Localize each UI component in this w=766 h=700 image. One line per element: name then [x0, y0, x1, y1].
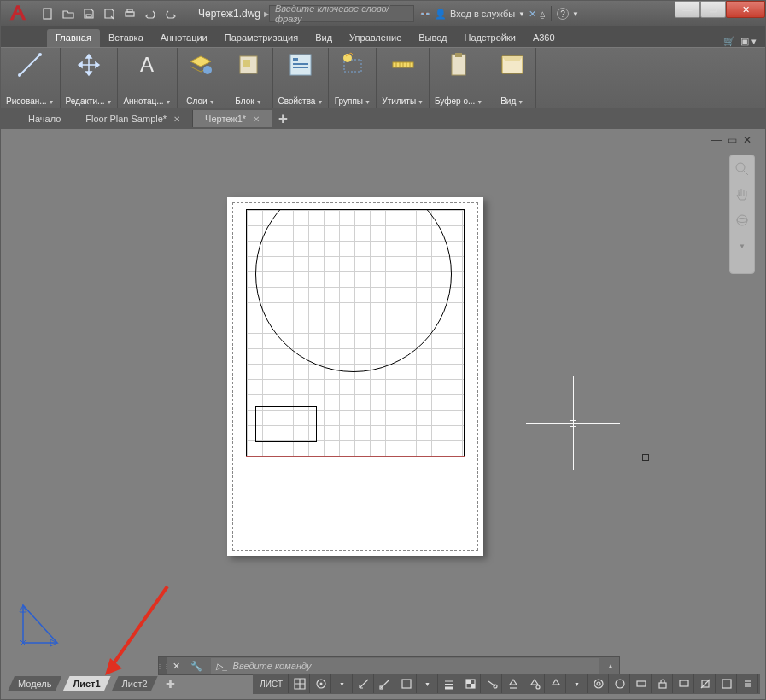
status-otrack-icon[interactable] [396, 674, 417, 693]
status-polar-icon[interactable] [354, 674, 374, 693]
help-chevron-icon[interactable]: ▼ [572, 10, 579, 18]
file-tab-floorplan[interactable]: Floor Plan Sample*✕ [73, 110, 193, 127]
svg-rect-39 [471, 684, 475, 688]
command-line[interactable]: ⋮⋮ ✕ 🔧 ▷_ Введите команду ▲ [158, 656, 620, 675]
exchange-icon[interactable]: ✕ [529, 9, 536, 20]
cmdline-customize-icon[interactable]: 🔧 [185, 661, 208, 672]
panel-modify[interactable]: Редакти...▼ [61, 48, 119, 108]
status-units-icon[interactable] [631, 674, 652, 693]
layout-tab-add[interactable]: ✚ [159, 678, 182, 691]
layout-tab-model[interactable]: Модель [8, 676, 61, 691]
panel-utilities[interactable]: Утилиты▼ [377, 48, 430, 108]
layout-viewport[interactable] [246, 209, 465, 457]
panel-view[interactable]: Вид▼ [488, 48, 536, 108]
window-controls: — ▭ ✕ [675, 1, 765, 18]
status-snap-icon[interactable] [311, 674, 331, 693]
navbar-more-icon[interactable]: ▼ [734, 237, 751, 254]
svg-rect-33 [402, 680, 411, 688]
panel-annotation[interactable]: A Аннотац...▼ [118, 48, 177, 108]
qat-save-icon[interactable] [79, 4, 98, 23]
close-tab-icon[interactable]: ✕ [173, 114, 180, 124]
layout-tab-sheet1[interactable]: Лист1 [62, 676, 110, 691]
status-grid-icon[interactable] [289, 674, 310, 693]
app-store-icon[interactable]: ⍙ [540, 9, 546, 19]
close-button[interactable]: ✕ [726, 1, 765, 18]
help-search-input[interactable]: Введите ключевое слово/фразу [269, 5, 414, 22]
status-lock-icon[interactable] [652, 674, 673, 693]
svg-rect-3 [127, 9, 132, 12]
cmdline-history-icon[interactable]: ▲ [602, 662, 619, 670]
svg-rect-46 [637, 681, 646, 686]
status-osnap-icon[interactable] [375, 674, 395, 693]
ribbon-tab-a360[interactable]: A360 [524, 29, 564, 47]
panel-block[interactable]: Блок▼ [225, 48, 273, 108]
svg-point-45 [616, 680, 624, 688]
status-annomonitor-icon[interactable] [610, 674, 630, 693]
doc-minimize-icon[interactable]: — [710, 134, 722, 146]
command-input[interactable]: ▷_ Введите команду [211, 658, 599, 674]
cmdline-close-icon[interactable]: ✕ [167, 661, 185, 672]
doc-close-icon[interactable]: ✕ [741, 134, 753, 146]
drawing-area[interactable]: — ▭ ✕ ▼ [1, 129, 765, 699]
ribbon-tab-insert[interactable]: Вставка [100, 29, 152, 47]
panel-draw[interactable]: Рисован...▼ [1, 48, 61, 108]
minimize-button[interactable]: — [675, 1, 700, 18]
zoom-extents-icon[interactable] [734, 160, 751, 178]
status-ws-icon[interactable] [588, 674, 609, 693]
doc-restore-icon[interactable]: ▭ [726, 134, 738, 146]
status-isolate-icon[interactable] [695, 674, 716, 693]
help-icon[interactable]: ? [557, 8, 569, 20]
status-customize-icon[interactable] [738, 674, 758, 693]
panel-layers[interactable]: Слои▼ [178, 48, 225, 108]
layout-tab-sheet2[interactable]: Лист2 [112, 676, 158, 691]
ribbon-tab-addins[interactable]: Надстройки [456, 29, 524, 47]
status-autoscale-icon[interactable] [546, 674, 566, 693]
qat-open-icon[interactable] [59, 4, 78, 23]
ribbon-tab-manage[interactable]: Управление [341, 29, 410, 47]
ribbon-tab-strip: Главная Вставка Аннотации Параметризация… [1, 26, 765, 47]
svg-rect-13 [293, 63, 308, 65]
status-otrack-dd-icon[interactable]: ▼ [418, 674, 438, 693]
featured-apps-icon[interactable]: 🛒 [723, 36, 735, 47]
signin-area[interactable]: 👓 👤 Вход в службы ▼ ✕ ⍙ ? ▼ [414, 6, 584, 21]
navigation-bar[interactable]: ▼ [729, 155, 755, 274]
status-lwt-icon[interactable] [439, 674, 459, 693]
qat-redo-icon[interactable] [161, 4, 180, 23]
pan-icon[interactable] [734, 186, 751, 203]
ribbon-tab-output[interactable]: Вывод [410, 29, 455, 47]
paper-sheet [227, 197, 483, 556]
view-icon [499, 51, 526, 79]
file-tab-add[interactable]: ✚ [272, 113, 293, 125]
qat-new-icon[interactable] [38, 4, 57, 23]
panel-properties[interactable]: Свойства▼ [273, 48, 330, 108]
status-hardware-icon[interactable] [674, 674, 694, 693]
close-tab-icon[interactable]: ✕ [253, 114, 260, 124]
status-scale-dd-icon[interactable]: ▼ [567, 674, 588, 693]
panel-groups[interactable]: Группы▼ [329, 48, 377, 108]
cmdline-grip-icon[interactable]: ⋮⋮ [159, 657, 167, 674]
status-annovis-icon[interactable] [524, 674, 545, 693]
status-mode-toggle[interactable]: ЛИСТ [254, 674, 289, 693]
ribbon-collapse-icon[interactable]: ▣ ▾ [740, 36, 757, 47]
qat-saveas-icon[interactable] [100, 4, 119, 23]
status-clean-icon[interactable] [716, 674, 737, 693]
title-bar: Чертеж1.dwg ▶ Введите ключевое слово/фра… [1, 1, 765, 26]
ribbon-tab-view[interactable]: Вид [307, 29, 341, 47]
panel-clipboard[interactable]: Буфер о...▼ [430, 48, 488, 108]
app-menu-button[interactable] [1, 1, 35, 26]
layout-tab-strip: Модель Лист1 Лист2 ✚ [8, 675, 182, 692]
file-tab-drawing1[interactable]: Чертеж1*✕ [193, 110, 272, 127]
status-transparency-icon[interactable] [460, 674, 481, 693]
status-snap-dd-icon[interactable]: ▼ [332, 674, 353, 693]
svg-rect-51 [722, 680, 731, 688]
ribbon-tab-home[interactable]: Главная [47, 29, 100, 47]
ribbon-tab-parametric[interactable]: Параметризация [216, 29, 307, 47]
qat-print-icon[interactable] [120, 4, 139, 23]
ribbon-tab-annotate[interactable]: Аннотации [152, 29, 216, 47]
qat-undo-icon[interactable] [141, 4, 160, 23]
orbit-icon[interactable] [734, 212, 751, 229]
status-qp-icon[interactable] [482, 674, 502, 693]
maximize-button[interactable]: ▭ [700, 1, 726, 18]
file-tab-start[interactable]: Начало [16, 110, 73, 127]
status-annoscale-icon[interactable] [503, 674, 523, 693]
